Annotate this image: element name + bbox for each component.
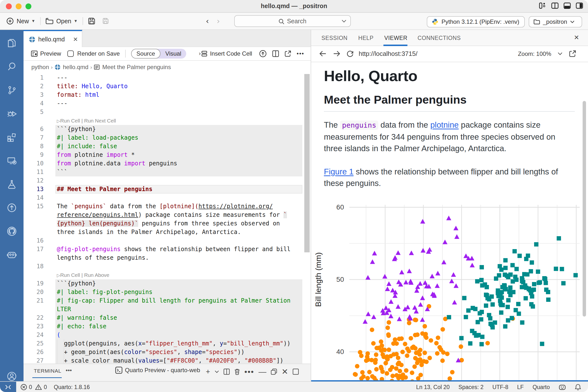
activity-devices-icon[interactable] — [0, 149, 24, 172]
code-line: three islands in the Palmer Archipelago,… — [24, 228, 311, 236]
navigate-back-icon[interactable]: ‹ — [206, 16, 209, 26]
app-window: hello.qmd — _positron New ▼ Open ▼ ‹ › — [0, 0, 588, 392]
minimize-panel-icon[interactable]: — — [258, 367, 266, 376]
open-preview-external-icon[interactable] — [284, 50, 291, 57]
split-editor-icon[interactable] — [551, 2, 558, 9]
cursor-position[interactable]: Ln 13, Col 20 — [416, 384, 450, 390]
panel-tab-help[interactable]: HELP — [358, 30, 374, 46]
editor-scrollbar[interactable] — [304, 74, 310, 252]
warnings-indicator[interactable]: 0 — [35, 384, 47, 390]
restore-panel-icon[interactable] — [271, 368, 277, 375]
eol-sequence[interactable]: LF — [517, 384, 524, 390]
new-terminal-icon[interactable]: + — [206, 368, 210, 376]
new-dropdown-chevron[interactable]: ▼ — [31, 19, 35, 23]
tab-hello-qmd[interactable]: hello.qmd ✕ — [24, 30, 82, 48]
save-icon[interactable] — [88, 18, 95, 25]
close-secondary-panel-icon[interactable]: ✕ — [574, 34, 579, 42]
activity-source-control-icon[interactable] — [0, 78, 24, 102]
open-button[interactable]: Open — [56, 18, 71, 25]
source-toggle[interactable]: Source — [131, 49, 160, 58]
activity-github-icon[interactable] — [0, 220, 24, 243]
code-editor[interactable]: 1---2title: Hello, Quarto3format: html4-… — [24, 74, 311, 364]
close-panel-icon[interactable]: ✕ — [282, 367, 288, 376]
indentation[interactable]: Spaces: 2 — [458, 384, 484, 390]
language-mode[interactable]: Quarto — [533, 384, 550, 390]
activity-search-icon[interactable] — [0, 55, 24, 78]
preview-icon — [31, 50, 38, 57]
viewer-content: Hello, Quarto Meet the Palmer penguins T… — [311, 62, 588, 380]
visual-toggle[interactable]: Visual — [160, 50, 186, 57]
panel-more-actions-icon[interactable]: ••• — [244, 367, 254, 376]
panel-tab-viewer[interactable]: VIEWER — [384, 30, 408, 46]
tab-close-icon[interactable]: ✕ — [73, 36, 78, 43]
activity-run-debug-icon[interactable] — [0, 102, 24, 126]
render-on-save-checkbox[interactable] — [68, 50, 74, 57]
quarto-version[interactable]: Quarto: 1.8.16 — [54, 384, 90, 390]
code-line: 12 — [24, 176, 311, 185]
kill-terminal-icon[interactable] — [234, 368, 240, 375]
activity-explorer-icon[interactable] — [0, 31, 24, 55]
quarto-file-icon-small — [55, 64, 60, 70]
terminal-process-label[interactable]: Quarto Preview - quarto-web — [125, 367, 200, 374]
code-line: 22#| warning: false — [24, 314, 311, 322]
activity-publish-icon[interactable] — [0, 196, 24, 220]
search-expand-chevron[interactable] — [342, 20, 346, 22]
open-dropdown-chevron[interactable]: ▼ — [74, 19, 78, 23]
panel-layout-icon[interactable] — [292, 368, 299, 375]
workspace-label: _positron — [543, 18, 567, 25]
render-on-save-label: Render on Save — [77, 50, 120, 57]
breadcrumb-symbol[interactable]: Meet the Palmer penguins — [102, 64, 171, 70]
search-placeholder: Search — [287, 18, 306, 25]
toggle-secondary-sidebar-icon[interactable] — [576, 2, 583, 9]
toggle-panel-icon[interactable] — [564, 2, 571, 9]
code-line: 15The `penguins` data from the [plotnine… — [24, 202, 311, 211]
viewer-back-icon[interactable] — [319, 50, 327, 57]
zoom-dropdown-chevron[interactable] — [558, 52, 562, 55]
code-line: 17@fig-plot-penguins shows the relations… — [24, 245, 311, 254]
viewer-forward-icon[interactable] — [333, 50, 340, 57]
status-bar: 0 0 Quarto: 1.8.16 Ln 13, Col 20 Spaces:… — [0, 381, 588, 392]
doc-link[interactable]: Figure 1 — [324, 167, 354, 176]
preview-button[interactable]: Preview — [40, 50, 61, 57]
new-button[interactable]: New — [17, 18, 29, 25]
errors-indicator[interactable]: 0 — [20, 384, 32, 390]
interpreter-button[interactable]: Python 3.12.1 (PipEnv: .venv) — [427, 16, 525, 28]
navigate-forward-icon[interactable]: › — [217, 16, 220, 26]
render-document-icon[interactable] — [259, 50, 267, 58]
editor-more-actions-icon[interactable]: ••• — [297, 50, 304, 57]
run-cell-lens[interactable]: ▷Run Cell | Run Next Cell — [24, 116, 311, 125]
open-in-browser-icon[interactable] — [569, 50, 576, 57]
remote-indicator[interactable] — [0, 382, 16, 392]
customize-layout-icon[interactable] — [539, 2, 546, 9]
viewer-zoom-label[interactable]: Zoom: 100% — [518, 50, 551, 57]
workspace-button[interactable]: _positron — [529, 16, 582, 28]
split-terminal-icon[interactable] — [224, 368, 230, 375]
panel-more-tabs-icon[interactable]: ••• — [66, 367, 72, 374]
terminal-tab[interactable]: TERMINAL — [34, 368, 62, 374]
terminal-dropdown-chevron[interactable] — [214, 370, 219, 373]
symbol-heading-icon — [94, 64, 100, 70]
code-line: 21#| fig-cap: Flipper and bill length fo… — [24, 296, 311, 305]
encoding[interactable]: UTF-8 — [492, 384, 508, 390]
split-editor-icon-2[interactable] — [272, 50, 279, 57]
panel-tab-connections[interactable]: CONNECTIONS — [418, 30, 461, 46]
breadcrumb-file[interactable]: hello.qmd — [63, 64, 88, 70]
activity-assistant-icon[interactable] — [0, 243, 24, 266]
viewer-reload-icon[interactable] — [346, 50, 354, 57]
notifications-bell-icon[interactable] — [575, 384, 581, 390]
viewer-url[interactable]: http://localhost:3715/ — [359, 50, 418, 58]
activity-extensions-icon[interactable] — [0, 126, 24, 149]
viewer-scrollbar[interactable] — [582, 101, 586, 316]
code-line: 3format: html — [24, 91, 311, 99]
code-line: 25 ggplot(penguins, aes(x="flipper_lengt… — [24, 339, 311, 348]
panel-tab-session[interactable]: SESSION — [322, 30, 348, 46]
doc-link[interactable]: plotnine — [430, 120, 459, 129]
copilot-icon[interactable] — [558, 384, 566, 390]
search-input[interactable]: Search — [234, 15, 351, 27]
insert-code-cell-button[interactable]: Insert Code Cell — [210, 50, 252, 57]
code-line: 11``` — [24, 168, 311, 176]
activity-testing-icon[interactable] — [0, 172, 24, 196]
run-cell-lens[interactable]: ▷Run Cell | Run Above — [24, 271, 311, 279]
activity-bar — [0, 30, 24, 381]
breadcrumb-folder[interactable]: python — [31, 64, 49, 70]
